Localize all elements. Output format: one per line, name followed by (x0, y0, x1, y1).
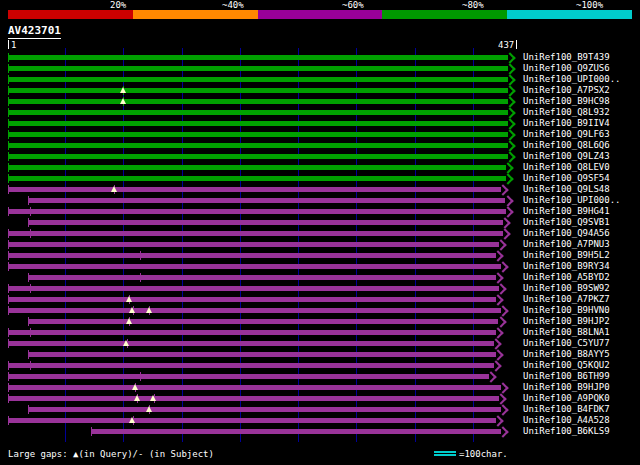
scale-end-label: 437 (498, 40, 514, 50)
bar-start-tick (28, 218, 29, 227)
bar-start-tick (8, 141, 9, 150)
alignment-bar[interactable] (28, 319, 499, 324)
subject-link[interactable]: UniRef100_C5YU77 (523, 338, 610, 349)
subject-link[interactable]: UniRef100_A4A528 (523, 415, 610, 426)
alignment-bar[interactable] (8, 231, 503, 236)
alignment-bar[interactable] (8, 330, 496, 335)
alignment-row: UniRef100_B8AYY5 (0, 349, 640, 360)
subject-link[interactable]: UniRef100_Q9LF63 (523, 129, 610, 140)
subject-link[interactable]: UniRef100_B6KLS9 (523, 426, 610, 437)
alignment-bar[interactable] (8, 385, 501, 390)
alignment-bar[interactable] (8, 110, 508, 115)
alignment-bar[interactable] (8, 297, 496, 302)
alignment-bar[interactable] (28, 198, 506, 203)
alignment-bar[interactable] (28, 407, 501, 412)
bar-start-tick (8, 130, 9, 139)
subject-link[interactable]: UniRef100_Q9ZUS6 (523, 63, 610, 74)
bar-start-tick (8, 306, 9, 315)
alignment-bar[interactable] (8, 176, 506, 181)
subject-link[interactable]: UniRef100_Q9LS48 (523, 184, 610, 195)
alignment-bar[interactable] (8, 77, 508, 82)
subject-link[interactable]: UniRef100_Q9SVB1 (523, 217, 610, 228)
subject-link[interactable]: UniRef100_A7PSX2 (523, 85, 610, 96)
subject-link[interactable]: UniRef100_Q94A56 (523, 228, 610, 239)
subject-link[interactable]: UniRef100_Q8L932 (523, 107, 610, 118)
subject-link[interactable]: UniRef100_B9HJP0 (523, 382, 610, 393)
subject-link[interactable]: UniRef100_Q9LZ43 (523, 151, 610, 162)
subject-link[interactable]: UniRef100_B9HVN0 (523, 305, 610, 316)
alignment-bar[interactable] (8, 132, 508, 137)
large-gap-marker-icon (150, 395, 156, 401)
bar-start-tick (8, 262, 9, 271)
large-gap-marker-icon (123, 340, 129, 346)
bar-start-tick (8, 240, 9, 249)
alignment-bar[interactable] (8, 418, 496, 423)
alignment-bar[interactable] (8, 253, 496, 258)
alignment-bar[interactable] (8, 88, 508, 93)
alignment-bar[interactable] (8, 121, 508, 126)
large-gap-marker-icon (146, 406, 152, 412)
subject-link[interactable]: UniRef100_Q8LEV0 (523, 162, 610, 173)
alignment-bar[interactable] (28, 352, 496, 357)
subject-link[interactable]: UniRef100_B9H5L2 (523, 250, 610, 261)
subject-link[interactable]: UniRef100_UPI000.. (523, 195, 621, 206)
bar-start-tick (8, 163, 9, 172)
large-gap-marker-icon (111, 186, 117, 192)
alignment-bar[interactable] (8, 143, 508, 148)
subject-link[interactable]: UniRef100_B4FDK7 (523, 404, 610, 415)
subject-link[interactable]: UniRef100_Q9SF54 (523, 173, 610, 184)
subject-link[interactable]: UniRef100_A7PKZ7 (523, 294, 610, 305)
subject-link[interactable]: UniRef100_A5BYD2 (523, 272, 610, 283)
subject-link[interactable]: UniRef100_B6TH99 (523, 371, 610, 382)
hsp-boundary-tick (30, 229, 31, 238)
subject-link[interactable]: UniRef100_B8AYY5 (523, 349, 610, 360)
subject-link[interactable]: UniRef100_B9T439 (523, 52, 610, 63)
scale-tick-right (516, 40, 517, 49)
subject-link[interactable]: UniRef100_B9HJP2 (523, 316, 610, 327)
colorbar-segment-3 (382, 10, 507, 19)
subject-link[interactable]: UniRef100_Q8L6Q6 (523, 140, 610, 151)
bar-start-tick (8, 394, 9, 403)
scale-legend-label: =100char. (459, 449, 508, 459)
percent-label-60: ~60% (342, 0, 364, 10)
alignment-bar[interactable] (8, 66, 508, 71)
alignment-bar[interactable] (28, 220, 503, 225)
alignment-bar[interactable] (28, 275, 496, 280)
alignment-bar[interactable] (8, 187, 501, 192)
alignment-row: UniRef100_A5BYD2 (0, 272, 640, 283)
subject-link[interactable]: UniRef100_A7PNU3 (523, 239, 610, 250)
alignment-bar[interactable] (8, 374, 489, 379)
blast-alignment-view: 20% ~40% ~60% ~80% ~100% AV423701 1 437 … (0, 0, 640, 465)
alignment-row: UniRef100_B9H5L2 (0, 250, 640, 261)
alignment-bar[interactable] (8, 165, 506, 170)
scale-start-label: 1 (11, 40, 16, 50)
alignment-bar[interactable] (8, 308, 501, 313)
alignment-bar[interactable] (8, 286, 499, 291)
alignment-bar[interactable] (8, 99, 508, 104)
subject-link[interactable]: UniRef100_B9HG41 (523, 206, 610, 217)
subject-link[interactable]: UniRef100_B9RY34 (523, 261, 610, 272)
alignment-bar[interactable] (91, 429, 501, 434)
subject-link[interactable]: UniRef100_B9SW92 (523, 283, 610, 294)
alignment-bar[interactable] (8, 209, 506, 214)
subject-link[interactable]: UniRef100_A9PQK0 (523, 393, 610, 404)
subject-link[interactable]: UniRef100_UPI000.. (523, 74, 621, 85)
alignment-row: UniRef100_UPI000.. (0, 195, 640, 206)
alignment-bar[interactable] (8, 154, 508, 159)
bar-start-tick (8, 86, 9, 95)
subject-link[interactable]: UniRef100_B9IIV4 (523, 118, 610, 129)
subject-link[interactable]: UniRef100_B8LNA1 (523, 327, 610, 338)
alignment-bar[interactable] (8, 396, 499, 401)
alignment-bar[interactable] (8, 55, 508, 60)
alignment-bar[interactable] (8, 363, 494, 368)
alignment-bar[interactable] (8, 242, 499, 247)
alignment-bar[interactable] (8, 341, 494, 346)
bar-start-tick (28, 405, 29, 414)
alignment-row: UniRef100_Q9LS48 (0, 184, 640, 195)
alignment-row: UniRef100_Q9ZUS6 (0, 63, 640, 74)
alignment-row: UniRef100_B9IIV4 (0, 118, 640, 129)
alignment-row: UniRef100_Q9LZ43 (0, 151, 640, 162)
alignment-bar[interactable] (8, 264, 501, 269)
subject-link[interactable]: UniRef100_B9HC98 (523, 96, 610, 107)
subject-link[interactable]: UniRef100_Q5KQU2 (523, 360, 610, 371)
